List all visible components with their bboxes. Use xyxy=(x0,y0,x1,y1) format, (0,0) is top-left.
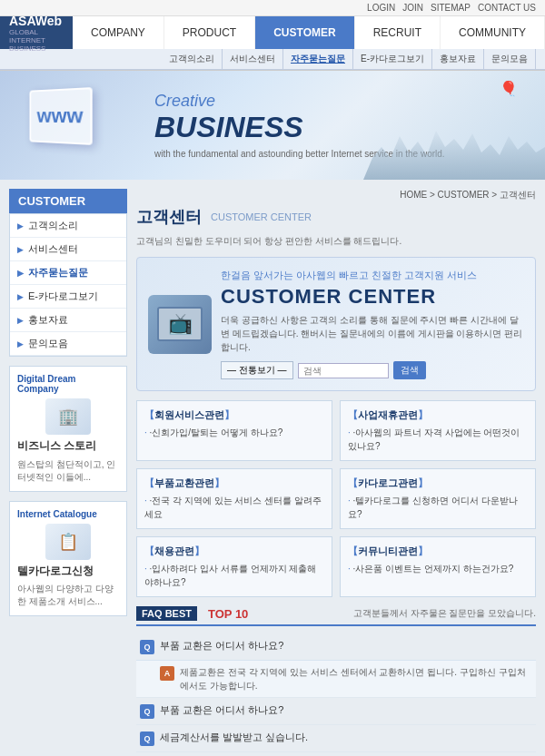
sidebar-icon-area: 🏢 xyxy=(17,398,119,435)
top10-label: FAQ BEST xyxy=(136,606,197,621)
sidebar-box-business: Digital Dream Company 🏢 비즈니스 스토리 원스탑의 첨단… xyxy=(9,366,127,492)
cc-search-button[interactable]: 검색 xyxy=(393,361,426,379)
faq-q-badge: Q xyxy=(140,640,154,654)
faq-question[interactable]: Q 부품 교환은 어디서 하나요? xyxy=(136,698,536,724)
faq-item: Q 부품 교환은 어디서 하나요? xyxy=(136,698,536,725)
banner-title-big: BUSINESS xyxy=(154,111,536,144)
sidebar-box-catalogue: Internet Catalogue 📋 텔카다로그신청 아사웹의 다양하고 다… xyxy=(9,501,127,617)
nav-company[interactable]: COMPANY xyxy=(73,16,164,49)
sidebar-item-inquiry[interactable]: ▶ 문의모음 xyxy=(10,332,126,356)
sidebar-item-catalogue[interactable]: ▶ E-카다로그보기 xyxy=(10,285,126,309)
faq-category-member: 회원서비스관련 ·신회가입/탈퇴는 어떻게 하나요? xyxy=(136,400,332,461)
faq-question[interactable]: Q 제품 구입 후 A/S 서비스 기간은 언제까지 인가요? xyxy=(136,752,536,756)
arrow-icon: ▶ xyxy=(17,316,24,325)
sidebar-item-label: 홍보자료 xyxy=(28,313,68,327)
page-title-area: 고객센터 CUSTOMER CENTER xyxy=(136,206,536,228)
subnav-faq[interactable]: 자주묻는질문 xyxy=(283,49,353,69)
faq-category-recruitment: 채용관련 ·입사하려다 입사 서류를 언제까지 제출해야하나요? xyxy=(136,536,332,597)
top10-num: TOP 10 xyxy=(208,607,248,621)
faq-item: Q 세금계산서를 발발받고 싶습니다. xyxy=(136,725,536,752)
sidebar-box-desc: 원스탑의 첨단적이고, 인터넷적인 이들에... xyxy=(17,458,119,484)
sidebar-item-label: E-카다로그보기 xyxy=(28,290,98,303)
www-cube-icon: www xyxy=(27,89,118,162)
faq-answer: A 제품교환은 전국 각 지역에 있는 서비스 센터에서 교환하시면 됩니다. … xyxy=(136,660,536,697)
nav-recruit[interactable]: RECRUIT xyxy=(355,16,441,49)
arrow-icon: ▶ xyxy=(17,221,24,231)
nav-product[interactable]: PRODUCT xyxy=(164,16,255,49)
faq-item: Q 제품 구입 후 A/S 서비스 기간은 언제까지 인가요? xyxy=(136,752,536,756)
sidebar-item-service-center[interactable]: ▶ 서비스센터 xyxy=(10,238,126,261)
cc-nav-button[interactable]: — 전통보기 — xyxy=(221,361,293,379)
faq-cat-link[interactable]: ·신회가입/탈퇴는 어떻게 하나요? xyxy=(144,426,324,439)
cc-text-area: 한걸음 앞서가는 아사웹의 빠르고 친절한 고객지원 서비스 CUSTOMER … xyxy=(221,269,524,379)
faq-list: Q 부품 교환은 어디서 하나요? A 제품교환은 전국 각 지역에 있는 서비… xyxy=(136,633,536,756)
subnav-inquiry[interactable]: 문의모음 xyxy=(484,49,536,69)
faq-category-grid: 회원서비스관련 ·신회가입/탈퇴는 어떻게 하나요? 사업재휴관련 ·아사웹의 … xyxy=(136,400,536,597)
sub-navigation: 고객의소리 서비스센터 자주묻는질문 E-카다로그보기 홍보자료 문의모음 xyxy=(0,49,545,70)
faq-a-badge: A xyxy=(160,666,174,681)
faq-category-partnership: 사업재휴관련 ·아사웹의 파트너 자격 사업에는 어떤것이 있나요? xyxy=(340,400,536,461)
cc-description: 더욱 공급하신 사항은 고객의 소리를 통해 질문에 주시면 빠른 시간내에 달… xyxy=(221,313,524,354)
faq-cat-link[interactable]: ·텔카다로그를 신청하면 어디서 다운받나요? xyxy=(348,494,528,521)
faq-category-community: 커뮤니티관련 ·사은품 이벤트는 언제까지 하는건가요? xyxy=(340,536,536,597)
faq-cat-link[interactable]: ·입사하려다 입사 서류를 언제까지 제출해야하나요? xyxy=(144,562,324,589)
arrow-icon: ▶ xyxy=(17,339,24,349)
sitemap-link[interactable]: SITEMAP xyxy=(431,3,471,13)
faq-q-badge: Q xyxy=(140,731,154,746)
business-icon: 🏢 xyxy=(45,398,91,435)
sidebar-box-title2: 텔카다로그신청 xyxy=(17,565,119,579)
faq-q-text: 부품 교환은 어디서 하나요? xyxy=(160,703,283,717)
contact-link[interactable]: CONTACT US xyxy=(478,3,536,13)
sidebar-item-faq[interactable]: ▶ 자주묻는질문 xyxy=(10,261,126,285)
subnav-customer-voice[interactable]: 고객의소리 xyxy=(162,49,223,69)
tv-screen: 📺 xyxy=(157,307,203,341)
cc-search-row: — 전통보기 — 검색 xyxy=(221,361,524,379)
faq-cat-title: 사업재휴관련 xyxy=(348,408,528,422)
banner-left: www xyxy=(0,89,145,162)
catalogue-icon: 📋 xyxy=(45,524,91,560)
faq-question[interactable]: Q 부품 교환은 어디서 하나요? xyxy=(136,633,536,660)
subnav-pr-material[interactable]: 홍보자료 xyxy=(432,49,484,69)
banner-title-small: Creative xyxy=(154,92,536,111)
faq-cat-link[interactable]: ·아사웹의 파트너 자격 사업에는 어떤것이 있나요? xyxy=(348,426,528,453)
arrow-icon: ▶ xyxy=(17,245,24,254)
page-title-english: CUSTOMER CENTER xyxy=(211,211,312,222)
tv-icon: 📺 xyxy=(148,295,212,354)
cc-slogan: 한걸음 앞서가는 아사웹의 빠르고 친절한 고객지원 서비스 xyxy=(221,269,524,282)
login-link[interactable]: LOGIN xyxy=(367,3,395,13)
breadcrumb: HOME > CUSTOMER > 고객센터 xyxy=(136,189,536,201)
subnav-service-center[interactable]: 서비스센터 xyxy=(223,49,283,69)
nav-customer[interactable]: CUSTOMER xyxy=(255,16,354,49)
logo-text: ASAWeb xyxy=(9,14,62,28)
faq-question[interactable]: Q 세금계산서를 발발받고 싶습니다. xyxy=(136,725,536,751)
sidebar-item-label: 문의모음 xyxy=(28,337,68,350)
faq-cat-title: 회원서비스관련 xyxy=(144,408,324,422)
sidebar-box-tagline2: Internet Catalogue xyxy=(17,509,119,519)
sidebar-menu: ▶ 고객의소리 ▶ 서비스센터 ▶ 자주묻는질문 ▶ E-카다로그보기 ▶ 홍보… xyxy=(9,213,127,357)
faq-cat-link[interactable]: ·전국 각 지역에 있는 서비스 센터를 알려주세요 xyxy=(144,494,324,521)
cube-shape: www xyxy=(30,87,93,145)
nav-community[interactable]: COMMUNITY xyxy=(441,16,545,49)
subnav-catalogue[interactable]: E-카다로그보기 xyxy=(353,49,432,69)
sidebar-header: CUSTOMER xyxy=(9,189,127,213)
sidebar-item-customer-voice[interactable]: ▶ 고객의소리 xyxy=(10,214,126,238)
sidebar-box-tagline: Digital Dream Company xyxy=(17,374,119,394)
logo-sub: GLOBAL INTERNET BUSINESS xyxy=(9,28,73,53)
cc-title: CUSTOMER CENTER xyxy=(221,285,524,309)
faq-q-badge: Q xyxy=(140,704,154,719)
faq-cat-title: 카다로그관련 xyxy=(348,476,528,490)
sidebar-item-label: 고객의소리 xyxy=(28,219,78,232)
page-title-korean: 고객센터 xyxy=(136,206,202,228)
cc-search-input[interactable] xyxy=(298,363,389,378)
faq-cat-title: 부품교환관련 xyxy=(144,476,324,490)
arrow-icon: ▶ xyxy=(17,292,24,301)
main-content: HOME > CUSTOMER > 고객센터 고객센터 CUSTOMER CEN… xyxy=(136,189,536,756)
logo-area: ASAWeb GLOBAL INTERNET BUSINESS xyxy=(0,16,73,49)
page-description: 고객님의 친밀한 도우미더 되어 항상 편안한 서비스를 해드립니다. xyxy=(136,235,536,248)
sidebar-item-label: 서비스센터 xyxy=(28,242,78,256)
sidebar-item-pr[interactable]: ▶ 홍보자료 xyxy=(10,309,126,332)
faq-cat-link[interactable]: ·사은품 이벤트는 언제까지 하는건가요? xyxy=(348,562,528,575)
join-link[interactable]: JOIN xyxy=(402,3,423,13)
faq-q-text: 세금계산서를 발발받고 싶습니다. xyxy=(160,731,308,744)
customer-center-banner: 📺 한걸음 앞서가는 아사웹의 빠르고 친절한 고객지원 서비스 CUSTOME… xyxy=(136,257,536,391)
